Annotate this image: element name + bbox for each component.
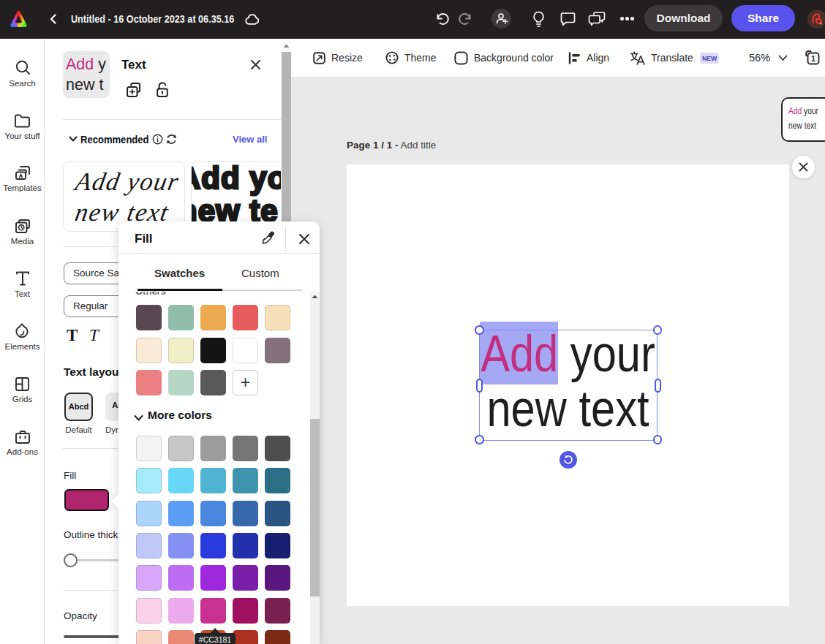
svg-text:1: 1 (811, 54, 815, 63)
